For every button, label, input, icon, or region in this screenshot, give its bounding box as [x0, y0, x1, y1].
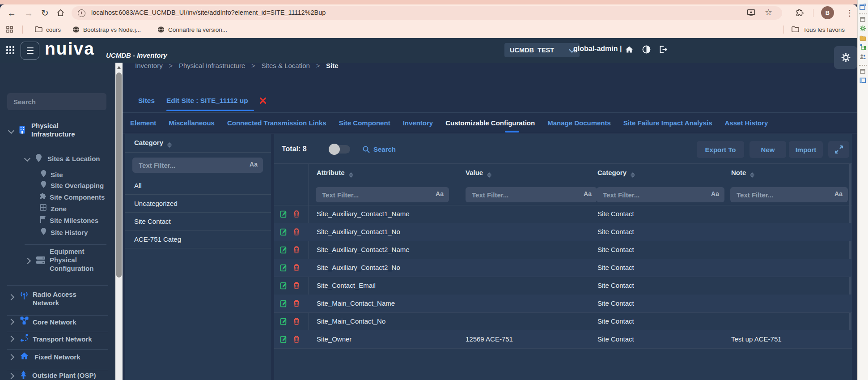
chevron-right-icon[interactable] [8, 373, 14, 379]
subtab-site-component[interactable]: Site Component [339, 119, 390, 127]
scrollbar-thumb[interactable] [116, 73, 122, 278]
tab-edit-site[interactable]: Edit Site : SITE_11112 up [166, 97, 248, 105]
sidebar-item-zone[interactable]: Zone [51, 205, 67, 213]
category-item-all[interactable]: All [125, 177, 271, 195]
export-to-button[interactable]: Export To [697, 141, 744, 158]
breadcrumb-physical-infrastructure[interactable]: Physical Infrastructure [179, 62, 245, 69]
chevron-right-icon[interactable] [8, 354, 14, 360]
sort-icon[interactable] [167, 142, 172, 148]
hierarchy-icon[interactable] [860, 44, 866, 51]
edit-icon[interactable] [280, 264, 288, 272]
close-tab-icon[interactable] [259, 97, 267, 106]
subtab-site-failure-impact-analysis[interactable]: Site Failure Impact Analysis [623, 119, 712, 127]
chevron-down-icon[interactable] [8, 128, 14, 134]
session-icon[interactable] [860, 16, 866, 23]
site-info-icon[interactable]: i [78, 9, 85, 17]
sidebar-item-transport-network[interactable]: Transport Network [33, 335, 92, 343]
category-filter-input[interactable] [597, 187, 705, 202]
delete-icon[interactable] [293, 299, 300, 307]
url-bar[interactable]: i localhost:6083/ACE_UCMDB_UI/inv/site/a… [72, 6, 782, 20]
subtab-customizable-configuration[interactable]: Customizable Configuration [445, 119, 535, 127]
column-header-attribute[interactable]: Attribute [317, 169, 353, 178]
note-filter-input[interactable] [730, 187, 831, 202]
sort-icon[interactable] [750, 172, 754, 178]
breadcrumb-inventory[interactable]: Inventory [135, 62, 163, 69]
delete-icon[interactable] [293, 335, 300, 343]
install-app-icon[interactable] [747, 9, 755, 19]
subtab-connected-transmission-links[interactable]: Connected Transmission Links [227, 119, 326, 127]
window-icon[interactable] [860, 68, 866, 75]
chevron-right-icon[interactable] [8, 294, 14, 300]
subtab-manage-documents[interactable]: Manage Documents [547, 119, 611, 127]
sort-icon[interactable] [487, 172, 491, 178]
new-button[interactable]: New [749, 141, 786, 158]
attribute-filter-input[interactable] [316, 187, 428, 202]
sort-icon[interactable] [349, 172, 353, 178]
home-icon[interactable] [625, 45, 634, 56]
category-filter-input[interactable] [132, 158, 243, 173]
browser-menu-icon[interactable]: ⋮ [846, 4, 854, 21]
sidebar-item-site-milestones[interactable]: Site Milestones [50, 216, 98, 225]
sidebar-item-site[interactable]: Site [51, 171, 63, 179]
subtab-miscellaneous[interactable]: Miscellaneous [169, 119, 215, 127]
sidebar-item-physical-infrastructure[interactable]: Physical Infrastructure [31, 121, 98, 138]
table-row[interactable]: Site_Auxiliary_Contact2_Name Site Contac… [274, 241, 852, 259]
sidebar-item-fixed-network[interactable]: Fixed Network [34, 353, 80, 361]
toggle-switch[interactable] [330, 145, 350, 154]
table-row[interactable]: Site_Auxiliary_Contact2_No Site Contact [274, 259, 852, 277]
table-row[interactable]: Site_Main_Contact_No Site Contact [274, 312, 852, 331]
panel-icon[interactable] [860, 77, 866, 84]
reload-icon[interactable]: ↻ [41, 4, 49, 21]
contrast-icon[interactable] [642, 45, 651, 56]
logout-icon[interactable] [659, 45, 668, 56]
sidebar-item-site-history[interactable]: Site History [51, 228, 88, 237]
new-window-icon[interactable] [860, 4, 866, 10]
case-sensitivity-toggle[interactable]: Aa [250, 161, 258, 168]
delete-icon[interactable] [293, 282, 300, 290]
subtab-inventory[interactable]: Inventory [403, 119, 433, 127]
subtab-element[interactable]: Element [130, 119, 156, 127]
subtab-asset-history[interactable]: Asset History [725, 119, 768, 127]
folder-icon[interactable] [860, 35, 866, 42]
case-sensitivity-toggle[interactable]: Aa [834, 190, 843, 197]
delete-icon[interactable] [293, 317, 300, 325]
home-icon[interactable] [56, 9, 65, 19]
workspace-select[interactable]: UCMDB_TEST [504, 43, 580, 57]
sidebar-item-radio-access-network[interactable]: Radio Access Network [33, 290, 97, 307]
sidebar-item-sites-location[interactable]: Sites & Location [47, 154, 100, 163]
sidebar-scrollbar[interactable] [115, 63, 123, 380]
edit-icon[interactable] [280, 210, 288, 218]
category-column-header[interactable]: Category [134, 139, 172, 148]
edit-icon[interactable] [280, 228, 288, 236]
chevron-down-icon[interactable] [24, 155, 30, 162]
chevron-right-icon[interactable] [25, 258, 31, 264]
case-sensitivity-toggle[interactable]: Aa [711, 190, 719, 197]
delete-icon[interactable] [293, 264, 300, 272]
edit-icon[interactable] [280, 317, 288, 325]
table-row[interactable]: Site_Main_Contact_Name Site Contact [274, 295, 852, 313]
edit-icon[interactable] [280, 299, 288, 307]
bookmark-star-icon[interactable]: ☆ [765, 7, 772, 17]
app-grid-icon[interactable] [6, 46, 14, 54]
bookmark-bootstrap[interactable]: Bootstrap vs Node.j... [83, 21, 141, 38]
sidebar-item-site-overlapping[interactable]: Site Overlapping [51, 181, 104, 190]
delete-icon[interactable] [293, 246, 300, 254]
toggle-knob[interactable] [329, 144, 340, 155]
table-row[interactable]: Site_Contact_Email Site Contact [274, 277, 852, 295]
tab-sites[interactable]: Sites [138, 97, 155, 105]
value-filter-input[interactable] [466, 187, 577, 202]
table-row[interactable]: Site_Auxiliary_Contact1_No Site Contact [274, 223, 852, 241]
table-row[interactable]: Site_Owner 12569 ACE-751 Site Contact Te… [274, 330, 852, 349]
chevron-right-icon[interactable] [8, 336, 14, 342]
breadcrumb-sites-location[interactable]: Sites & Location [261, 62, 309, 69]
column-header-note[interactable]: Note [731, 169, 754, 178]
settings-icon[interactable] [860, 25, 866, 32]
search-label[interactable]: Search [373, 145, 396, 153]
sidebar-item-core-network[interactable]: Core Network [33, 318, 76, 326]
case-sensitivity-toggle[interactable]: Aa [436, 190, 444, 197]
column-header-category[interactable]: Category [597, 169, 635, 178]
column-header-value[interactable]: Value [466, 169, 491, 178]
sidebar-item-equipment-physical-configuration[interactable]: Equipment Physical Configuration [50, 247, 103, 273]
bookmark-cours[interactable]: cours [46, 21, 61, 38]
scrollbar-up-arrow[interactable] [117, 66, 121, 69]
